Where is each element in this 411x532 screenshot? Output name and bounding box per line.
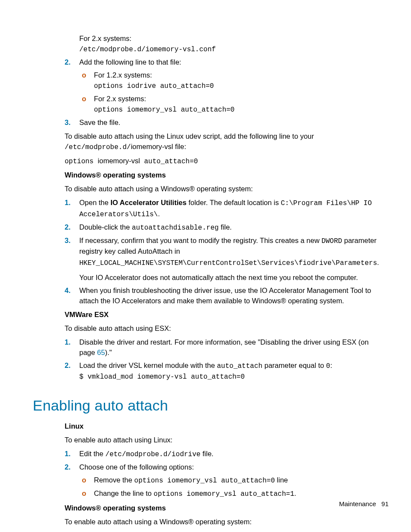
text: line [275,476,288,484]
text: . [294,489,296,497]
list-item: Save the file. [33,118,383,128]
footer-section: Maintenance [339,500,376,507]
text: file. [200,450,213,457]
text: )." [105,348,112,356]
section-heading: Linux [65,421,383,432]
list-text: Save the file. [79,118,120,126]
text: Load the driver VSL kernel module with t… [79,361,217,369]
heading-enabling-auto-attach: Enabling auto attach [33,395,383,416]
bold-text: IO Accelerator Utilities [110,199,186,206]
list-item: When you finish troubleshooting the driv… [33,286,383,306]
sub-list: For 1.2.x systems: options iodrive auto_… [79,70,383,115]
ordered-list: Add the following line to that file: For… [33,57,383,128]
text: iomemory-vsl [98,157,140,165]
code-inline: options iomemory_vsl auto_attach=1 [154,490,294,498]
ordered-list: Edit the /etc/modprobe.d/iodrive file. C… [33,449,383,499]
code-inline: auto_attach [217,362,263,370]
sub-list: Remove the options iomemory_vsl auto_att… [79,475,383,499]
code-inline: 0 [326,362,330,370]
ordered-list: Disable the driver and restart. For more… [33,337,383,382]
text: Remove the [94,476,134,484]
ordered-list: Open the IO Accelerator Utilities folder… [33,198,383,306]
list-item: Disable the driver and restart. For more… [33,337,383,358]
code-line: options iodrive auto_attach=0 [94,81,383,91]
list-item: If necessary, confirm that you want to m… [33,236,383,283]
text: iomemory-vsl file: [131,143,186,150]
sub-label: For 2.x systems: [94,94,383,104]
text: Double-click the [79,223,132,231]
code-inline: options [65,158,98,165]
text: When you finish troubleshooting the driv… [79,286,371,305]
page-link[interactable]: 65 [97,348,105,356]
text: Choose one of the following options: [79,463,194,471]
list-text: Add the following line to that file: [79,58,181,66]
code-inline: /etc/modprobe.d/ [65,143,131,151]
text: folder. The default location is [187,199,281,206]
code-paragraph: options iomemory-vsl auto_attach=0 [65,156,383,167]
code-inline: auto_attach=0 [140,158,198,165]
paragraph: To disable auto attach using the Linux u… [65,131,383,152]
list-item: Add the following line to that file: For… [33,57,383,115]
text: Open the [79,199,110,206]
paragraph: To enable auto attach using Linux: [65,435,383,445]
page-footer: Maintenance 91 [339,499,389,509]
paragraph: To enable auto attach using a Windows® o… [65,517,383,527]
list-item: Open the IO Accelerator Utilities folder… [33,198,383,219]
code-line: HKEY_LOCAL_MACHINE\SYSTEM\CurrentControl… [79,258,383,268]
section-heading: Windows® operating systems [65,503,383,513]
text: : [330,361,332,369]
footer-page-number: 91 [381,500,389,507]
text: Disable the driver and restart. For more… [79,338,369,356]
text: . [377,259,379,266]
sub-item: For 2.x systems: options iomemory_vsl au… [79,94,383,115]
text: . [158,210,160,218]
sub-item: Change the line to options iomemory_vsl … [79,488,383,499]
paragraph: Your IO Accelerator does not automatical… [79,273,383,283]
sub-label: For 1.2.x systems: [94,70,383,81]
text: If necessary, confirm that you want to m… [79,236,321,244]
code-inline: DWORD [321,237,342,245]
paragraph: To disable auto attach using a Windows® … [65,184,383,194]
code-line: $ vmkload_mod iomemory-vsl auto_attach=0 [79,372,383,382]
code-line: options iomemory_vsl auto_attach=0 [94,105,383,115]
sub-item: For 1.2.x systems: options iodrive auto_… [79,70,383,91]
list-item: Edit the /etc/modprobe.d/iodrive file. [33,449,383,460]
page-content: For 2.x systems: /etc/modprobe.d/iomemor… [33,34,383,530]
code-inline: /etc/modprobe.d/iodrive [106,451,201,458]
code-inline: autoattachdisable.reg [132,224,219,232]
text: Change the line to [94,489,154,497]
code-inline: HKEY_LOCAL_MACHINE\SYSTEM\CurrentControl… [79,259,377,267]
text: To disable auto attach using the Linux u… [65,132,314,140]
sub-item: Remove the options iomemory_vsl auto_att… [79,475,383,486]
text-line: For 2.x systems: [79,34,383,44]
section-heading: VMWare ESX [65,310,383,320]
list-item: Load the driver VSL kernel module with t… [33,361,383,382]
list-item: Double-click the autoattachdisable.reg f… [33,222,383,233]
continuation-block: For 2.x systems: /etc/modprobe.d/iomemor… [33,34,383,55]
text: Edit the [79,450,106,457]
text: parameter equal to [262,361,326,369]
code-inline: options iomemory_vsl auto_attach=0 [134,477,275,485]
paragraph: To disable auto attach using ESX: [65,324,383,334]
text: file. [219,223,232,231]
section-heading: Windows® operating systems [65,170,383,180]
list-item: Choose one of the following options: Rem… [33,462,383,499]
code-line: /etc/modprobe.d/iomemory-vsl.conf [79,45,383,55]
